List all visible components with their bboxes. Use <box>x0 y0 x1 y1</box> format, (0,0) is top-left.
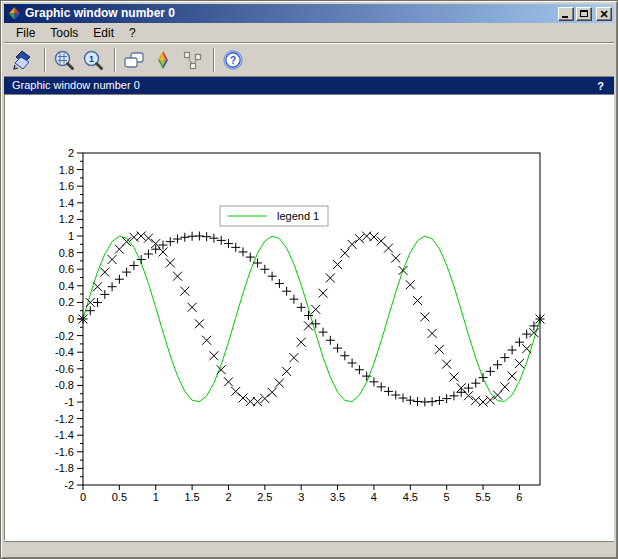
y-tick-label: -1 <box>64 396 74 408</box>
y-tick-label: 2 <box>68 147 74 159</box>
y-tick-label: -0.6 <box>55 363 74 375</box>
y-tick-label: 0.4 <box>59 280 74 292</box>
app-icon <box>7 6 22 21</box>
y-tick-label: -1.6 <box>55 446 74 458</box>
help-icon: ? <box>222 49 244 71</box>
y-tick-label: -1.8 <box>55 462 74 474</box>
x-tick-label: 2 <box>225 491 231 503</box>
y-tick-label: -1.4 <box>55 429 74 441</box>
x-tick-label: 6 <box>516 491 522 503</box>
plot-canvas: 00.511.522.533.544.555.5621.81.61.41.210… <box>4 94 614 540</box>
info-bar-text: Graphic window number 0 <box>12 77 595 94</box>
x-tick-label: 1.5 <box>184 491 199 503</box>
x-tick-label: 1 <box>153 491 159 503</box>
menu-file[interactable]: File <box>10 24 41 42</box>
toolbar-separator <box>114 48 116 72</box>
x-tick-label: 5.5 <box>475 491 490 503</box>
toolbar-separator <box>44 48 46 72</box>
menu-edit[interactable]: Edit <box>87 24 120 42</box>
y-tick-label: -2 <box>64 479 74 491</box>
help-button[interactable]: ? <box>220 47 246 73</box>
y-tick-label: -0.4 <box>55 346 74 358</box>
y-tick-label: 0 <box>68 313 74 325</box>
y-tick-label: 0.2 <box>59 296 74 308</box>
x-tick-label: 3.5 <box>330 491 345 503</box>
y-tick-label: 1.4 <box>59 197 74 209</box>
maximize-icon <box>580 10 588 17</box>
x-tick-label: 4.5 <box>403 491 418 503</box>
close-button[interactable]: ✕ <box>596 7 612 21</box>
minimize-button[interactable] <box>558 7 574 21</box>
zoom-area-icon <box>53 49 75 71</box>
toolbar: 1 <box>4 44 614 77</box>
y-tick-label: -0.2 <box>55 330 74 342</box>
x-tick-label: 4 <box>371 491 377 503</box>
svg-text:1: 1 <box>89 54 94 64</box>
maximize-button[interactable] <box>576 7 592 21</box>
plot-area: 00.511.522.533.544.555.5621.81.61.41.210… <box>5 95 614 540</box>
toolbar-separator <box>213 48 215 72</box>
menu-help[interactable]: ? <box>123 24 142 42</box>
info-bar-help[interactable]: ? <box>595 80 606 92</box>
x-tick-label: 0 <box>80 491 86 503</box>
window-title: Graphic window number 0 <box>25 4 558 23</box>
legend-label: legend 1 <box>277 210 319 222</box>
copy-button[interactable] <box>121 47 147 73</box>
title-bar: Graphic window number 0 ✕ <box>4 4 614 23</box>
series-line <box>83 236 540 402</box>
rotate-button[interactable] <box>10 47 36 73</box>
close-icon: ✕ <box>599 9 608 19</box>
graph-nodes-button[interactable] <box>179 47 205 73</box>
y-tick-label: 0.8 <box>59 247 74 259</box>
menu-bar: File Tools Edit ? <box>4 23 614 44</box>
graphics-editor-icon <box>152 49 174 71</box>
minimize-icon <box>562 16 568 18</box>
graphic-window: Graphic window number 0 ✕ File Tools Edi… <box>0 0 618 559</box>
x-tick-label: 2.5 <box>257 491 272 503</box>
y-tick-label: 0.6 <box>59 263 74 275</box>
y-tick-label: 1.8 <box>59 164 74 176</box>
y-tick-label: 1.2 <box>59 213 74 225</box>
x-tick-label: 3 <box>298 491 304 503</box>
menu-tools[interactable]: Tools <box>44 24 84 42</box>
rotate-icon <box>12 49 34 71</box>
status-bar <box>4 540 614 555</box>
y-tick-label: -1.2 <box>55 413 74 425</box>
zoom-reset-button[interactable]: 1 <box>80 47 106 73</box>
y-tick-label: 1.6 <box>59 180 74 192</box>
x-tick-label: 5 <box>444 491 450 503</box>
graph-nodes-icon <box>181 49 203 71</box>
copy-icon <box>123 49 145 71</box>
zoom-area-button[interactable] <box>51 47 77 73</box>
graphics-editor-button[interactable] <box>150 47 176 73</box>
x-tick-label: 0.5 <box>112 491 127 503</box>
svg-text:?: ? <box>230 55 236 66</box>
info-bar: Graphic window number 0 ? <box>4 77 614 94</box>
y-tick-label: -0.8 <box>55 379 74 391</box>
zoom-reset-icon: 1 <box>82 49 104 71</box>
y-tick-label: 1 <box>68 230 74 242</box>
